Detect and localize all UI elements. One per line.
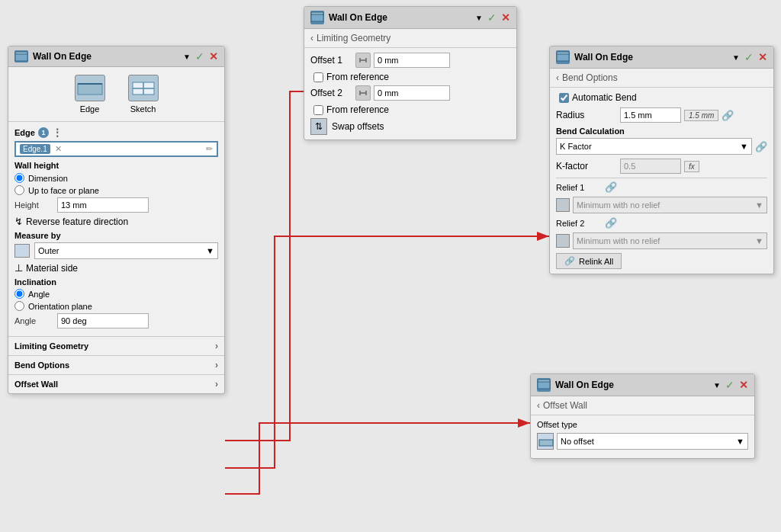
uptoface-radio[interactable] [14,185,24,195]
limiting-geometry-label: Limiting Geometry [14,341,88,351]
fromref1-checkbox[interactable] [313,72,323,82]
edge-menu[interactable]: ⋮ [52,127,63,139]
offset2-label: Offset 2 [310,88,352,98]
orientation-radio[interactable] [14,301,24,311]
limiting-panel-header: Wall On Edge ▼ ✓ ✕ [304,7,516,29]
relink-all-btn[interactable]: 🔗 Relink All [556,253,622,269]
kfactor-dropdown[interactable]: K Factor ▼ [556,138,752,155]
offset-panel-dropdown[interactable]: ▼ [713,381,721,389]
height-row: Height [14,197,218,213]
radius-link-icon[interactable]: 🔗 [722,110,734,121]
height-input[interactable] [57,197,149,213]
offset-wall-chevron: › [215,379,218,389]
bend-options-section[interactable]: Bend Options › [8,355,224,374]
outer-dropdown[interactable]: Outer ▼ [34,242,218,259]
kfactor-link-icon[interactable]: 🔗 [755,141,767,152]
auto-bend-label: Automatic Bend [572,92,637,103]
main-panel-dropdown[interactable]: ▼ [183,53,191,61]
angle-input[interactable] [57,313,149,328]
offset-wall-section[interactable]: Offset Wall › [8,374,224,393]
offset1-icon-btn[interactable] [355,53,371,68]
material-side-row: ⊥ Material side [14,262,218,274]
bend-panel-close[interactable]: ✕ [758,51,767,63]
offset-back-chevron: ‹ [537,400,540,411]
bend-panel-body: Automatic Bend Radius 1.5 mm 🔗 Bend Calc… [550,88,773,274]
offset-panel-confirm[interactable]: ✓ [725,379,734,391]
relief2-arrow: ▼ [755,236,763,245]
angle-radio[interactable] [14,289,24,299]
fromref1-row: From reference [310,72,510,82]
edge-icon [75,75,105,101]
offset1-input[interactable] [374,53,450,68]
offset-back-label: Offset Wall [543,400,587,411]
no-offset-dropdown[interactable]: No offset ▼ [557,433,748,450]
svg-rect-17 [557,52,569,54]
radius-row: Radius 1.5 mm 🔗 [556,107,767,123]
material-side-label: Material side [26,263,78,274]
uptoface-label: Up to face or plane [28,186,99,195]
main-panel-body: Edge 1 ⋮ Edge.1 ✕ ✏ Wall height Dimensio… [8,122,224,336]
limiting-panel-confirm[interactable]: ✓ [487,11,497,24]
swap-icon: ⇅ [310,118,327,135]
main-panel: Wall On Edge ▼ ✓ ✕ Edge Sketch [8,46,225,394]
edge-field: Edge.1 ✕ ✏ [14,141,218,157]
bend-panel-dropdown[interactable]: ▼ [732,53,740,62]
main-panel-title: Wall On Edge [33,51,178,62]
offset2-input[interactable] [374,85,450,101]
dimension-radio[interactable] [14,173,24,183]
relink-icon: 🔗 [564,256,575,266]
no-offset-icon [537,433,554,450]
limiting-panel-close[interactable]: ✕ [501,11,510,24]
kfactor-value-row: K-factor fx [556,159,767,174]
material-side-icon: ⊥ [14,262,23,274]
fromref2-checkbox[interactable] [313,105,323,115]
fromref2-row: From reference [310,104,510,115]
relief1-dropdown[interactable]: Minimum with no relief ▼ [573,197,767,213]
svg-rect-20 [539,440,553,446]
height-label: Height [14,200,53,210]
relief1-arrow: ▼ [755,200,763,210]
auto-bend-checkbox[interactable] [559,93,569,103]
offset-panel-close[interactable]: ✕ [739,379,748,391]
outer-icon [14,244,30,258]
main-panel-close[interactable]: ✕ [209,50,218,62]
relief1-link-icon[interactable]: 🔗 [605,181,617,193]
limiting-panel-dropdown[interactable]: ▼ [475,14,483,22]
bend-panel-title: Wall On Edge [574,52,728,62]
limiting-panel-body: Offset 1 From reference Offset 2 From re… [304,48,516,139]
relief2-dropdown[interactable]: Minimum with no relief ▼ [573,232,767,249]
sketch-label: Sketch [130,104,156,114]
svg-rect-9 [311,12,323,14]
edge-icon-item[interactable]: Edge [75,75,105,114]
offset-panel-header: Wall On Edge ▼ ✓ ✕ [531,374,754,396]
edge-remove[interactable]: ✕ [55,144,62,154]
uptoface-radio-row: Up to face or plane [14,185,218,195]
bend-panel-icon [556,50,570,64]
radius-fx-btn[interactable]: 1.5 mm [684,110,718,121]
offset-panel-body: Offset type No offset ▼ [531,415,754,458]
main-panel-confirm[interactable]: ✓ [195,50,204,62]
relief2-icon [556,234,570,248]
radius-input[interactable] [620,107,681,123]
offset1-row: Offset 1 [310,53,510,68]
bend-back-link[interactable]: ‹ Bend Options [550,69,773,88]
relief1-icon [556,198,570,212]
offset2-row: Offset 2 [310,85,510,101]
swap-offsets-row[interactable]: ⇅ Swap offsets [310,118,510,135]
offset-back-link[interactable]: ‹ Offset Wall [531,396,754,415]
limiting-back-link[interactable]: ‹ Limiting Geometry [304,29,516,48]
relief2-link-icon[interactable]: 🔗 [605,217,617,229]
reverse-icon[interactable]: ↯ [14,216,23,227]
kfactor-fx-btn[interactable]: fx [684,161,699,172]
limiting-panel-title: Wall On Edge [329,12,471,23]
edge-tag: Edge.1 [20,144,50,154]
reverse-label: Reverse feature direction [26,216,128,227]
limiting-geometry-section[interactable]: Limiting Geometry › [8,336,224,355]
dimension-label: Dimension [28,174,68,183]
offset1-label: Offset 1 [310,55,352,66]
edge-edit-icon: ✏ [206,144,213,154]
offset2-icon-btn[interactable] [355,85,371,101]
sketch-icon-item[interactable]: Sketch [128,75,159,114]
bend-panel-confirm[interactable]: ✓ [744,51,754,63]
inclination-label: Inclination [14,277,218,287]
